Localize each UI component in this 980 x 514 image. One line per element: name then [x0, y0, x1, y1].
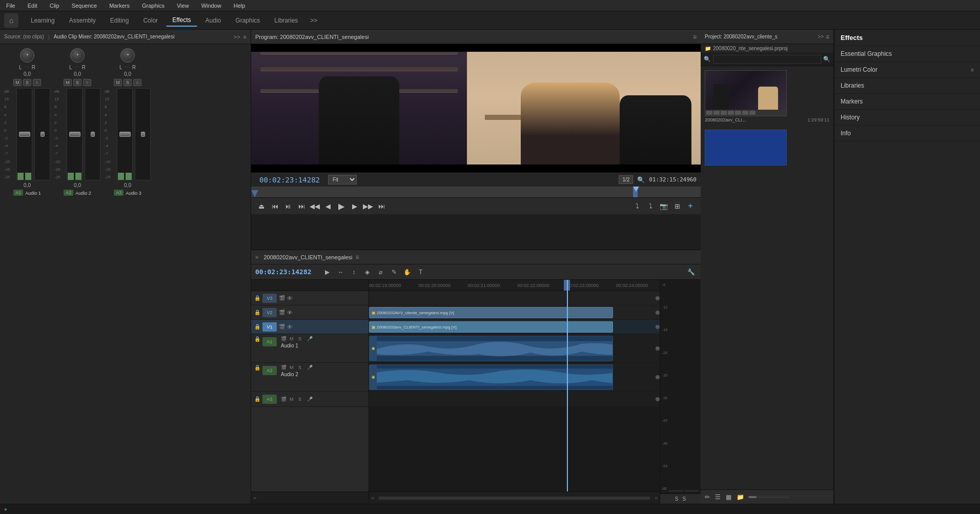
ch2-extra-btn[interactable]: ○ [83, 79, 91, 86]
timeline-scroll-left[interactable]: ○ [371, 495, 374, 501]
blue-clip-thumbnail[interactable] [705, 130, 787, 166]
thumbnail-wrapper-1[interactable]: 20080202avv_CLI... 1:29:59:11 [705, 70, 829, 122]
v1-lock-icon[interactable]: 🔒 [254, 324, 260, 330]
menu-graphics[interactable]: Graphics [140, 2, 167, 10]
search-submit-icon[interactable]: 🔍 [823, 56, 830, 63]
fader-handle-2b[interactable] [91, 132, 95, 137]
history-item[interactable]: History [834, 110, 980, 126]
tab-learning[interactable]: Learning [25, 15, 61, 26]
btn-prev-frame[interactable]: ⏭ [295, 200, 308, 212]
timeline-scroll-right[interactable]: ○ [655, 495, 658, 501]
btn-export-frame[interactable]: 📷 [658, 200, 670, 212]
btn-rewind[interactable]: ◀◀ [309, 200, 321, 212]
menu-markers[interactable]: Markers [107, 2, 132, 10]
tab-assembly[interactable]: Assembly [63, 15, 102, 26]
v1-eye-icon[interactable]: 👁 [287, 324, 293, 330]
btn-go-end[interactable]: ⏭ [375, 200, 387, 212]
fader-handle-2[interactable] [69, 132, 80, 137]
btn-add-marker[interactable]: ⏏ [255, 200, 268, 212]
tool-slip[interactable]: ⌀ [375, 266, 386, 278]
v2-clip[interactable]: ▣ 20080202AVV_cliente_senegalesi.mpg [V] [369, 307, 613, 318]
ch3-m-btn[interactable]: M [114, 79, 122, 86]
tab-libraries[interactable]: Libraries [268, 15, 304, 26]
ch3-extra-btn[interactable]: ○ [133, 79, 141, 86]
btn-step-back[interactable]: ◀ [322, 200, 334, 212]
tool-wrench[interactable]: 🔧 [685, 266, 697, 278]
tab-graphics[interactable]: Graphics [229, 15, 266, 26]
fader-handle-1[interactable] [19, 132, 30, 137]
fader-strip-2[interactable] [67, 88, 83, 180]
a2-m-btn[interactable]: M [290, 365, 297, 370]
scrub-track[interactable] [251, 187, 701, 197]
libraries-item[interactable]: Libraries [834, 78, 980, 94]
v2-eye-icon[interactable]: 👁 [287, 310, 293, 316]
tab-audio[interactable]: Audio [199, 15, 228, 26]
timeline-menu-icon[interactable]: ≡ [356, 254, 359, 261]
menu-help[interactable]: Help [232, 2, 248, 10]
a1-s-btn[interactable]: S [298, 336, 305, 341]
proj-btn-list[interactable]: ☰ [714, 492, 722, 502]
a3-m-btn[interactable]: M [290, 397, 297, 402]
btn-compare[interactable]: ⊞ [671, 200, 683, 212]
v1-clip[interactable]: ▣ 20080202avv_CLIENTI_senegalesi.mpg [V] [369, 321, 613, 333]
monitor-scrub-bar[interactable] [251, 187, 701, 198]
menu-file[interactable]: File [4, 2, 17, 10]
panel-menu-icon[interactable]: ≡ [243, 34, 247, 40]
lumetri-menu-icon[interactable]: ≡ [971, 67, 974, 73]
a1-lock-icon[interactable]: 🔒 [254, 336, 260, 342]
current-timecode[interactable]: 00:02:23:14282 [255, 176, 324, 184]
scrub-marker[interactable] [633, 187, 639, 192]
btn-overwrite[interactable]: ⤵ [644, 200, 657, 212]
v2-lock-icon[interactable]: 🔒 [254, 310, 260, 315]
tool-razor[interactable]: ◈ [362, 266, 373, 278]
tool-hand[interactable]: ✋ [402, 266, 413, 278]
video-thumbnail[interactable] [705, 70, 787, 116]
program-menu-icon[interactable]: ≡ [693, 33, 697, 40]
btn-play[interactable]: ▶ [335, 200, 348, 212]
markers-item[interactable]: Markers [834, 94, 980, 110]
project-folder-item[interactable]: 📁 20080020_nte_senegalesi.prproj [701, 44, 833, 53]
panel-expand-icon[interactable]: >> [234, 34, 240, 40]
project-expand[interactable]: >> [818, 34, 824, 39]
fader-strip-3[interactable] [117, 88, 133, 180]
v3-lock-icon[interactable]: 🔒 [254, 295, 260, 301]
menu-view[interactable]: View [175, 2, 191, 10]
effects-panel-item[interactable]: Effects [834, 30, 980, 46]
home-button[interactable]: ⌂ [4, 13, 18, 28]
fader-strip-1b[interactable] [34, 88, 50, 180]
fader-strip-2b[interactable] [85, 88, 100, 180]
proj-btn-folder[interactable]: 📁 [736, 492, 745, 502]
fader-handle-3b[interactable] [141, 132, 145, 137]
fader-handle-1b[interactable] [40, 132, 45, 137]
search-input[interactable] [713, 55, 821, 64]
a3-lock-icon[interactable]: 🔒 [254, 396, 260, 402]
tool-text[interactable]: T [415, 266, 426, 278]
btn-insert[interactable]: ⤵ [631, 200, 643, 212]
proj-btn-grid[interactable]: ▦ [725, 492, 732, 502]
tool-select[interactable]: ▶ [322, 266, 333, 278]
tool-pen[interactable]: ✎ [389, 266, 400, 278]
add-track-icon[interactable]: ○ [253, 495, 256, 501]
project-menu[interactable]: ≡ [826, 33, 829, 40]
ch2-m-btn[interactable]: M [64, 79, 72, 86]
timeline-timecode[interactable]: 00:02:23:14282 [255, 268, 312, 276]
fit-dropdown[interactable]: Fit 25% 50% 100% [328, 175, 357, 184]
ch1-extra-btn[interactable]: ○ [33, 79, 41, 86]
channel-2-knob[interactable] [70, 48, 85, 63]
ch3-s-btn[interactable]: S [124, 79, 132, 86]
thumbnail-wrapper-2[interactable] [705, 130, 829, 166]
a2-lock-icon[interactable]: 🔒 [254, 365, 260, 371]
menu-edit[interactable]: Edit [26, 2, 39, 10]
tab-editing[interactable]: Editing [104, 15, 135, 26]
ch1-s-btn[interactable]: S [23, 79, 31, 86]
ch2-s-btn[interactable]: S [73, 79, 81, 86]
menu-clip[interactable]: Clip [48, 2, 62, 10]
btn-step-fwd[interactable]: ▶ [349, 200, 361, 212]
menu-window[interactable]: Window [199, 2, 223, 10]
channel-3-knob[interactable] [120, 48, 135, 63]
a1-clip[interactable]: ▣ [369, 336, 613, 361]
zoom-icon[interactable]: 🔍 [637, 176, 645, 183]
fader-strip-1[interactable] [16, 88, 32, 180]
zoom-slider-track[interactable] [748, 496, 789, 498]
a3-s-btn[interactable]: S [298, 397, 305, 402]
